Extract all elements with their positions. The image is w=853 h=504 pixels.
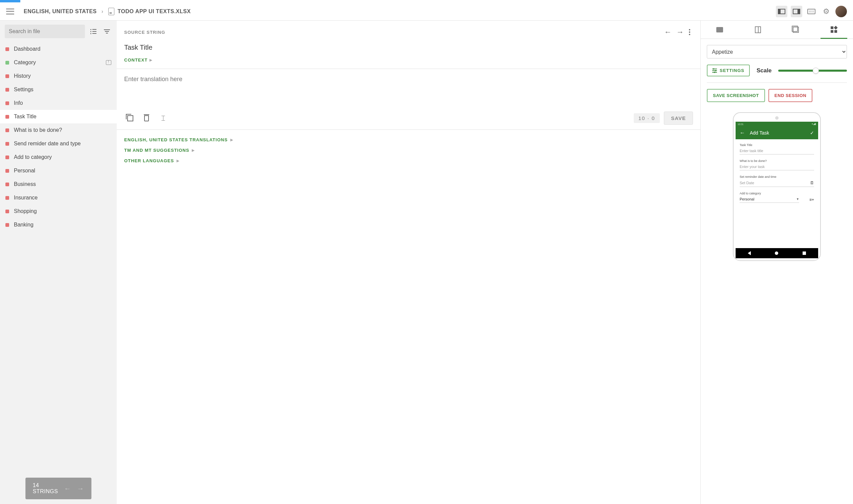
document-icon — [108, 8, 115, 15]
sliders-icon — [712, 69, 717, 73]
other-lang-toggle[interactable]: OTHER LANGUAGES▶ — [124, 156, 693, 166]
sidebar-item-label: History — [14, 73, 111, 79]
trash-icon — [144, 115, 149, 121]
sidebar-item-label: Banking — [14, 222, 111, 228]
phone-what-field[interactable]: Enter your task — [739, 164, 814, 170]
panel-left-icon — [778, 9, 785, 14]
sidebar-item[interactable]: Task Title — [0, 110, 117, 123]
phone-check-icon[interactable]: ✓ — [810, 130, 814, 136]
sidebar-item[interactable]: Send remider date and type — [0, 137, 117, 150]
context-toggle[interactable]: CONTEXT ▶ — [117, 57, 700, 69]
editor-pane: SOURCE STRING ← → Task Title CONTEXT ▶ ⌶… — [117, 21, 701, 504]
sidebar-item[interactable]: Dashboard — [0, 42, 117, 56]
app-header: ENGLISH, UNITED STATES › TODO APP UI TEX… — [0, 2, 853, 21]
settings-button[interactable]: ⚙ — [820, 6, 832, 17]
caret-right-icon: ▶ — [177, 159, 180, 163]
stack-icon — [793, 27, 799, 33]
status-badge — [5, 47, 9, 51]
tab-comments[interactable] — [701, 21, 739, 38]
phone-what-label: What is to be done? — [739, 159, 814, 163]
widgets-icon — [831, 26, 837, 33]
insert-cursor-button[interactable]: ⌶ — [157, 112, 169, 124]
android-recent-icon[interactable] — [803, 252, 806, 255]
scale-slider[interactable] — [778, 70, 847, 72]
search-input[interactable] — [5, 25, 85, 38]
sidebar-item[interactable]: What is to be done? — [0, 123, 117, 137]
sidebar-item[interactable]: Banking — [0, 218, 117, 232]
sidebar-item[interactable]: Insurance — [0, 191, 117, 204]
phone-back-icon[interactable]: ← — [739, 130, 745, 136]
list-icon — [90, 29, 97, 34]
status-badge — [5, 169, 9, 173]
status-badge — [5, 182, 9, 186]
sidebar-item[interactable]: Business — [0, 178, 117, 191]
sidebar-item-label: Category — [14, 59, 101, 66]
phone-navbar — [736, 248, 818, 258]
sidebar-item[interactable]: History — [0, 69, 117, 83]
sidebar-item[interactable]: Add to category — [0, 150, 117, 164]
phone-appbar: ← Add Task ✓ — [736, 126, 818, 139]
more-menu-button[interactable] — [686, 29, 693, 35]
android-home-icon[interactable] — [775, 252, 778, 255]
phone-reminder-field[interactable]: Set Date🗓 — [739, 180, 814, 187]
string-list: DashboardCategoryHistorySettingsInfoTask… — [0, 42, 117, 504]
sidebar: DashboardCategoryHistorySettingsInfoTask… — [0, 21, 117, 504]
keyboard-button[interactable] — [806, 6, 817, 17]
phone-category-select[interactable]: Personal▼ — [739, 196, 799, 203]
preview-settings-button[interactable]: SETTINGS — [707, 65, 750, 76]
copy-source-button[interactable] — [124, 112, 136, 124]
sidebar-item[interactable]: Personal — [0, 164, 117, 178]
sidebar-item[interactable]: Settings — [0, 83, 117, 96]
save-button[interactable]: SAVE — [664, 111, 693, 125]
phone-task-title-field[interactable]: Enter task title — [739, 148, 814, 155]
tm-toggle[interactable]: TM AND MT SUGGESTIONS▶ — [124, 145, 693, 156]
tab-terms[interactable] — [739, 21, 777, 38]
next-string-button[interactable]: → — [674, 26, 686, 38]
layout-right-button[interactable] — [791, 6, 802, 17]
sidebar-item-label: Task Title — [14, 113, 111, 120]
caret-right-icon: ▶ — [230, 138, 233, 142]
tab-context[interactable] — [777, 21, 815, 38]
layout-left-button[interactable] — [776, 6, 787, 17]
sidebar-item[interactable]: Shopping — [0, 204, 117, 218]
sidebar-item-label: Info — [14, 100, 111, 106]
calendar-icon: 🗓 — [810, 180, 814, 185]
sidebar-item[interactable]: Info — [0, 96, 117, 110]
comment-icon — [716, 27, 723, 33]
avatar[interactable] — [835, 6, 847, 17]
text-cursor-icon: ⌶ — [161, 114, 164, 122]
device-select[interactable]: Appetize — [707, 45, 847, 58]
phone-preview: 10:31▾◢▮ ← Add Task ✓ Task Title Enter t… — [733, 112, 821, 261]
translation-input[interactable] — [124, 76, 693, 97]
next-page-icon[interactable]: → — [77, 485, 84, 492]
translations-toggle[interactable]: ENGLISH, UNITED STATES TRANSLATIONS▶ — [124, 134, 693, 145]
clear-button[interactable] — [140, 112, 153, 124]
sidebar-item-label: Dashboard — [14, 46, 111, 52]
sidebar-item-label: Send remider date and type — [14, 141, 111, 147]
status-badge — [5, 102, 9, 105]
breadcrumb-language[interactable]: ENGLISH, UNITED STATES — [24, 8, 97, 15]
breadcrumb-filename[interactable]: TODO APP UI TEXTS.XLSX — [118, 8, 191, 15]
list-view-button[interactable] — [88, 26, 99, 36]
filter-button[interactable] — [102, 26, 112, 36]
sidebar-item-label: Business — [14, 181, 111, 187]
add-list-icon[interactable]: ≡+ — [810, 197, 814, 202]
sidebar-item[interactable]: Category — [0, 56, 117, 69]
end-session-button[interactable]: END SESSION — [768, 89, 813, 102]
status-badge — [5, 196, 9, 200]
strings-footer: 14 STRINGS ← → — [25, 478, 92, 499]
status-badge — [5, 115, 9, 119]
tab-preview[interactable] — [815, 21, 853, 38]
prev-page-icon[interactable]: ← — [64, 485, 71, 492]
phone-reminder-label: Set reminder date and time — [739, 175, 814, 179]
status-badge — [5, 210, 9, 213]
copy-icon — [127, 115, 133, 121]
sidebar-item-label: Shopping — [14, 208, 111, 214]
caret-right-icon: ▶ — [192, 148, 195, 152]
prev-string-button[interactable]: ← — [662, 26, 674, 38]
menu-icon[interactable] — [6, 8, 14, 15]
android-back-icon[interactable] — [748, 251, 751, 255]
status-badge — [5, 223, 9, 227]
status-badge — [5, 88, 9, 92]
save-screenshot-button[interactable]: SAVE SCREENSHOT — [707, 89, 765, 102]
